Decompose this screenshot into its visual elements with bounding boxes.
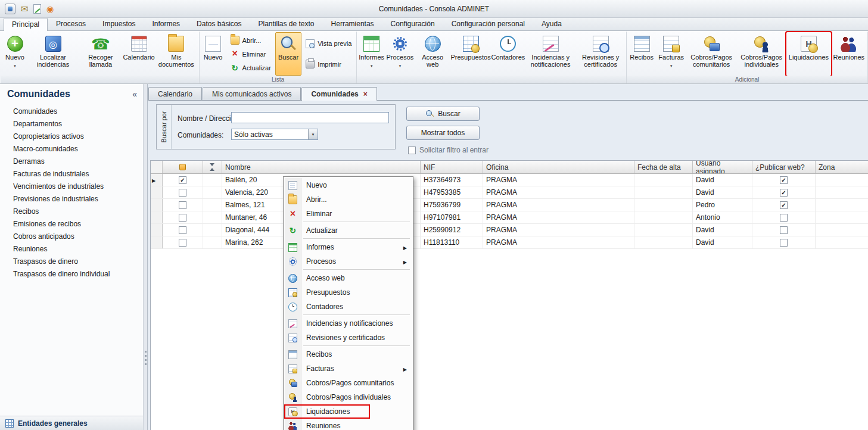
row-selector[interactable] bbox=[151, 186, 163, 198]
row-selector[interactable] bbox=[151, 224, 163, 236]
tab-herramientas[interactable]: Herramientas bbox=[323, 17, 382, 30]
sidebar-item-traspasos-de-dinero[interactable]: Traspasos de dinero bbox=[0, 255, 143, 268]
column-header-usuario-asignado[interactable]: Usuario asignado bbox=[693, 161, 752, 173]
menu-item-actualizar[interactable]: Actualizar bbox=[285, 223, 412, 238]
buscar-button[interactable]: Buscar bbox=[406, 107, 480, 121]
splitter-grip-icon[interactable] bbox=[145, 351, 147, 367]
close-tab-icon[interactable]: × bbox=[363, 91, 368, 97]
publicar-web-checkbox[interactable] bbox=[780, 201, 788, 209]
vista-previa-button[interactable]: Vista previa bbox=[303, 38, 354, 49]
procesos-button[interactable]: Procesos bbox=[385, 32, 415, 76]
tab-impuestos[interactable]: Impuestos bbox=[94, 17, 144, 30]
buscar-button[interactable]: Buscar bbox=[275, 32, 301, 76]
mis-documentos-button[interactable]: Mis documentos bbox=[154, 32, 198, 76]
menu-item-reuniones[interactable]: Reuniones bbox=[285, 419, 412, 430]
tab-procesos[interactable]: Procesos bbox=[48, 17, 94, 30]
menu-item-eliminar[interactable]: Eliminar bbox=[285, 207, 412, 221]
grid-header-checkbox[interactable] bbox=[163, 161, 203, 173]
eliminar-button[interactable]: Eliminar bbox=[228, 48, 274, 60]
sidebar-item-emisiones-de-recibos[interactable]: Emisiones de recibos bbox=[0, 218, 143, 230]
sidebar-item-comunidades[interactable]: Comunidades bbox=[0, 105, 143, 118]
reuniones-button[interactable]: Reuniones bbox=[831, 32, 867, 76]
presupuestos-button[interactable]: Presupuestos bbox=[450, 32, 490, 76]
tab-ayuda[interactable]: Ayuda bbox=[533, 17, 570, 30]
tab-informes[interactable]: Informes bbox=[144, 17, 188, 30]
sidebar-item-vencimientos-de-industriales[interactable]: Vencimientos de industriales bbox=[0, 180, 143, 193]
sidebar-item-recibos[interactable]: Recibos bbox=[0, 205, 143, 218]
localizar-incidencias-button[interactable]: Localizar incidencias bbox=[28, 32, 78, 76]
row-checkbox[interactable] bbox=[179, 239, 186, 247]
menu-item-revisiones-y-certificados[interactable]: Revisiones y certificados bbox=[285, 331, 412, 345]
contadores-button[interactable]: Contadores bbox=[491, 32, 525, 76]
menu-item-facturas[interactable]: Facturas bbox=[285, 362, 412, 376]
nuevo-button[interactable]: Nuevo bbox=[2, 32, 28, 76]
column-header-publicar-web[interactable]: ¿Publicar web? bbox=[752, 161, 816, 173]
menu-item-informes[interactable]: Informes bbox=[285, 240, 412, 254]
menu-item-liquidaciones[interactable]: Liquidaciones bbox=[285, 404, 412, 419]
menu-item-presupuestos[interactable]: Presupuestos bbox=[285, 285, 412, 300]
cobros-pagos-individuales-button[interactable]: Cobros/Pagos individuales bbox=[736, 32, 786, 76]
row-checkbox[interactable] bbox=[179, 226, 186, 234]
actualizar-button[interactable]: Actualizar bbox=[228, 62, 274, 73]
nombre-direccion-input[interactable] bbox=[231, 112, 389, 123]
sidebar-item-previsiones-de-industriales[interactable]: Previsiones de industriales bbox=[0, 193, 143, 205]
calendario-button[interactable]: Calendario bbox=[123, 32, 154, 76]
collapse-sidebar-icon[interactable]: « bbox=[132, 89, 137, 99]
publicar-web-checkbox[interactable] bbox=[780, 176, 788, 184]
publicar-web-checkbox[interactable] bbox=[780, 239, 788, 247]
sidebar-item-traspasos-de-dinero-individual[interactable]: Traspasos de dinero individual bbox=[0, 268, 143, 281]
menu-item-cobros-pagos-comunitarios[interactable]: Cobros/Pagos comunitarios bbox=[285, 376, 412, 390]
menu-item-recibos[interactable]: Recibos bbox=[285, 347, 412, 362]
comunidades-select[interactable]: Sólo activas bbox=[231, 129, 318, 140]
row-selector[interactable] bbox=[151, 199, 163, 211]
column-header-zona[interactable]: Zona bbox=[816, 161, 868, 173]
row-selector[interactable] bbox=[151, 174, 163, 186]
acceso-web-button[interactable]: Acceso web bbox=[415, 32, 451, 76]
table-row[interactable]: Muntaner, 46H97107981PRAGMAAntonio bbox=[151, 211, 868, 224]
menu-item-abrir[interactable]: Abrir... bbox=[285, 192, 412, 207]
row-selector[interactable] bbox=[151, 236, 163, 248]
mostrar-todos-button[interactable]: Mostrar todos bbox=[406, 126, 480, 140]
sidebar-item-entidades-generales[interactable]: Entidades generales bbox=[0, 416, 143, 430]
menu-item-contadores[interactable]: Contadores bbox=[285, 300, 412, 314]
informes-button[interactable]: Informes bbox=[357, 32, 385, 76]
row-checkbox[interactable] bbox=[179, 201, 186, 209]
checkbox-icon[interactable] bbox=[408, 147, 416, 154]
table-row[interactable]: Bailén, 20H37364973PRAGMADavid bbox=[151, 174, 868, 186]
column-header-nombre[interactable]: Nombre bbox=[222, 161, 421, 173]
select-all-checkbox-icon[interactable] bbox=[179, 164, 186, 170]
tab-plantillas-de-texto[interactable]: Plantillas de texto bbox=[250, 17, 322, 30]
table-row[interactable]: Marina, 262H11813110PRAGMADavid bbox=[151, 236, 868, 249]
grid-header-hourglass[interactable] bbox=[203, 161, 222, 173]
sidebar-splitter[interactable] bbox=[143, 84, 148, 430]
incidencias-y-notificaciones-button[interactable]: Incidencias y notificaciones bbox=[525, 32, 575, 76]
doc-tab-calendario[interactable]: Calendario bbox=[148, 87, 202, 100]
abrir-button[interactable]: Abrir... bbox=[228, 35, 274, 46]
solicitar-filtro-checkbox[interactable]: Solicitar filtro al entrar bbox=[408, 146, 489, 154]
doc-tab-mis-comunicados-activos[interactable]: Mis comunicados activos bbox=[203, 87, 301, 100]
column-header-oficina[interactable]: Oficina bbox=[483, 161, 634, 173]
sidebar-item-derramas[interactable]: Derramas bbox=[0, 155, 143, 168]
menu-item-cobros-pagos-individuales[interactable]: Cobros/Pagos individuales bbox=[285, 390, 412, 404]
sidebar-item-facturas-de-industriales[interactable]: Facturas de industriales bbox=[0, 168, 143, 180]
publicar-web-checkbox[interactable] bbox=[780, 189, 788, 197]
menu-item-procesos[interactable]: Procesos bbox=[285, 254, 412, 269]
menu-item-incidencias-y-notificaciones[interactable]: Incidencias y notificaciones bbox=[285, 316, 412, 331]
table-row[interactable]: Diagonal, 444H25990912PRAGMADavid bbox=[151, 224, 868, 236]
row-checkbox[interactable] bbox=[179, 189, 186, 197]
nuevo-button[interactable]: Nuevo bbox=[200, 32, 226, 76]
facturas-button[interactable]: Facturas bbox=[656, 32, 686, 76]
imprimir-button[interactable]: Imprimir bbox=[303, 58, 354, 70]
column-header-fecha-de-alta[interactable]: Fecha de alta bbox=[634, 161, 693, 173]
row-checkbox[interactable] bbox=[179, 214, 186, 222]
recoger-llamada-button[interactable]: Recoger llamada bbox=[78, 32, 123, 76]
sidebar-item-macro-comunidades[interactable]: Macro-comunidades bbox=[0, 143, 143, 155]
publicar-web-checkbox[interactable] bbox=[780, 214, 788, 222]
table-row[interactable]: Valencia, 220H47953385PRAGMADavid bbox=[151, 186, 868, 199]
sidebar-item-cobros-anticipados[interactable]: Cobros anticipados bbox=[0, 230, 143, 243]
column-header-nif[interactable]: NIF bbox=[421, 161, 483, 173]
publicar-web-checkbox[interactable] bbox=[780, 226, 788, 234]
tab-configuracion-personal[interactable]: Configuración personal bbox=[443, 17, 533, 30]
sidebar-item-reuniones[interactable]: Reuniones bbox=[0, 243, 143, 255]
revisiones-y-certificados-button[interactable]: Revisiones y certificados bbox=[575, 32, 626, 76]
